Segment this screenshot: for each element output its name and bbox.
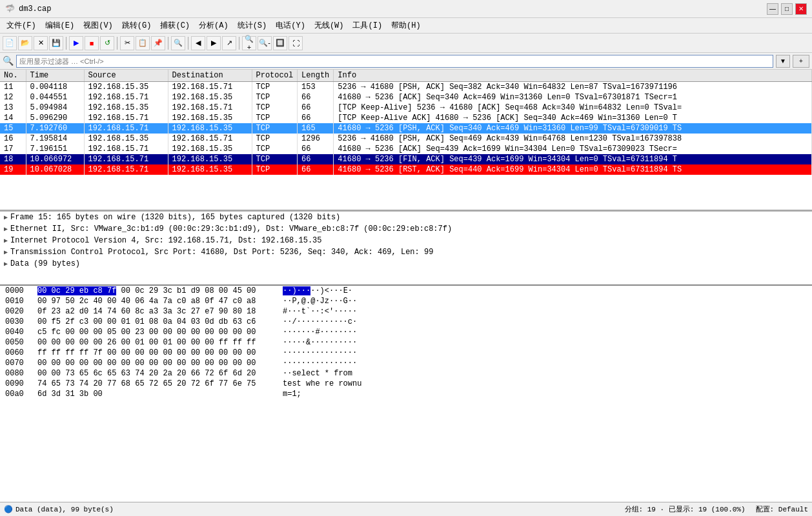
menu-item-文件f[interactable]: 文件(F) bbox=[3, 19, 40, 32]
cell-no: 16 bbox=[0, 134, 26, 144]
detail-row[interactable]: ▶Internet Protocol Version 4, Src: 192.1… bbox=[0, 235, 812, 246]
menu-item-编辑e[interactable]: 编辑(E) bbox=[41, 19, 79, 32]
detail-text: Internet Protocol Version 4, Src: 192.16… bbox=[10, 236, 321, 245]
menu-item-电话y[interactable]: 电话(Y) bbox=[272, 19, 309, 32]
table-row[interactable]: 110.004118192.168.15.35192.168.15.71TCP1… bbox=[0, 82, 812, 93]
open-button[interactable]: 📂 bbox=[18, 36, 32, 50]
new-file-button[interactable]: 📄 bbox=[3, 36, 17, 50]
table-row[interactable]: 135.094984192.168.15.35192.168.15.71TCP6… bbox=[0, 103, 812, 113]
save-button[interactable]: 💾 bbox=[49, 36, 63, 50]
menu-item-视图v[interactable]: 视图(V) bbox=[79, 19, 117, 32]
goto-button[interactable]: ↗ bbox=[222, 36, 236, 50]
hex-ascii: ··select * from bbox=[278, 369, 358, 378]
back-button[interactable]: ◀ bbox=[191, 36, 205, 50]
detail-text: Data (99 bytes) bbox=[10, 259, 80, 268]
maximize-button[interactable]: □ bbox=[781, 3, 793, 15]
edit-button[interactable]: ✂ bbox=[120, 36, 134, 50]
hex-row: 008000 00 73 65 6c 65 63 74 20 2a 20 66 … bbox=[0, 368, 812, 379]
col-header-protocol[interactable]: Protocol bbox=[252, 70, 298, 82]
menu-item-分析a[interactable]: 分析(A) bbox=[195, 19, 232, 32]
bottom-panel: ▶Frame 15: 165 bytes on wire (1320 bits)… bbox=[0, 212, 812, 502]
hex-offset: 00a0 bbox=[0, 390, 32, 399]
status-profile: 配置: Default bbox=[756, 504, 808, 514]
copy-button[interactable]: 📋 bbox=[136, 36, 150, 50]
cell-destination: 192.168.15.35 bbox=[168, 154, 252, 164]
detail-row[interactable]: ▶Frame 15: 165 bytes on wire (1320 bits)… bbox=[0, 212, 812, 223]
table-row[interactable]: 145.096290192.168.15.71192.168.15.35TCP6… bbox=[0, 113, 812, 123]
cell-time: 5.096290 bbox=[26, 113, 84, 123]
close-button[interactable]: ✕ bbox=[795, 3, 807, 15]
hex-ascii: ··)·····)<···E· bbox=[278, 286, 358, 295]
table-row[interactable]: 177.196151192.168.15.71192.168.15.35TCP6… bbox=[0, 144, 812, 154]
hex-ascii: ·······#········ bbox=[278, 328, 362, 337]
cell-destination: 192.168.15.71 bbox=[168, 134, 252, 144]
filter-dropdown-button[interactable]: ▼ bbox=[776, 55, 790, 68]
status-bar: 🔵 Data (data), 99 byte(s) 分组: 19 · 已显示: … bbox=[0, 502, 812, 516]
table-header-row: No.TimeSourceDestinationProtocolLengthIn… bbox=[0, 70, 812, 82]
zoom-in-button[interactable]: 🔍+ bbox=[242, 36, 256, 50]
forward-button[interactable]: ▶ bbox=[207, 36, 221, 50]
cell-destination: 192.168.15.35 bbox=[168, 113, 252, 123]
restart-button[interactable]: ↺ bbox=[100, 36, 114, 50]
start-capture-button[interactable]: ▶ bbox=[69, 36, 83, 50]
menu-item-帮助h[interactable]: 帮助(H) bbox=[387, 19, 425, 32]
status-right: 分组: 19 · 已显示: 19 (100.0%) 配置: Default bbox=[625, 504, 808, 514]
col-header-time[interactable]: Time bbox=[26, 70, 84, 82]
expand-arrow-icon: ▶ bbox=[4, 225, 8, 233]
table-row[interactable]: 167.195814192.168.15.35192.168.15.71TCP1… bbox=[0, 134, 812, 144]
menu-item-统计s[interactable]: 统计(S) bbox=[234, 19, 271, 32]
zoom-fit-button[interactable]: ⛶ bbox=[289, 36, 303, 50]
table-row[interactable]: 120.044551192.168.15.71192.168.15.35TCP6… bbox=[0, 92, 812, 103]
filter-add-button[interactable]: + bbox=[793, 55, 809, 68]
menu-item-工具i[interactable]: 工具(I) bbox=[349, 19, 386, 32]
window-controls[interactable]: — □ ✕ bbox=[767, 3, 807, 15]
menu-item-无线w[interactable]: 无线(W) bbox=[310, 19, 348, 32]
menu-item-跳转g[interactable]: 跳转(G) bbox=[118, 19, 156, 32]
col-header-length[interactable]: Length bbox=[298, 70, 334, 82]
cell-no: 15 bbox=[0, 123, 26, 134]
cell-protocol: TCP bbox=[252, 103, 298, 113]
hex-bytes: 0f 23 a2 d0 14 74 60 8c a3 3a 3c 27 e7 9… bbox=[32, 307, 278, 316]
find-button[interactable]: 🔍 bbox=[171, 36, 185, 50]
expand-arrow-icon: ▶ bbox=[4, 213, 8, 221]
zoom-out-button[interactable]: 🔍- bbox=[258, 36, 272, 50]
col-header-destination[interactable]: Destination bbox=[168, 70, 252, 82]
cell-no: 13 bbox=[0, 103, 26, 113]
detail-row[interactable]: ▶Data (99 bytes) bbox=[0, 258, 812, 270]
paste-button[interactable]: 📌 bbox=[151, 36, 165, 50]
packet-list-scroll[interactable]: No.TimeSourceDestinationProtocolLengthIn… bbox=[0, 70, 812, 210]
cell-length: 165 bbox=[298, 123, 334, 134]
cell-protocol: TCP bbox=[252, 144, 298, 154]
minimize-button[interactable]: — bbox=[767, 3, 778, 15]
stop-capture-button[interactable]: ■ bbox=[85, 36, 99, 50]
hex-bytes: 00 f5 2f c3 00 00 01 01 08 0a 04 03 0d d… bbox=[32, 317, 278, 326]
hex-bytes: ff ff ff ff 7f 00 00 00 00 00 00 00 00 0… bbox=[32, 348, 278, 357]
cell-time: 7.196151 bbox=[26, 144, 84, 154]
zoom-normal-button[interactable]: 🔲 bbox=[273, 36, 287, 50]
menu-bar: 文件(F)编辑(E)视图(V)跳转(G)捕获(C)分析(A)统计(S)电话(Y)… bbox=[0, 18, 812, 34]
filter-input[interactable] bbox=[16, 55, 773, 68]
hex-bytes: 00 0c 29 eb c8 7f 00 0c 29 3c b1 d9 08 0… bbox=[32, 286, 278, 295]
cell-time: 10.066972 bbox=[26, 154, 84, 164]
cell-length: 66 bbox=[298, 164, 334, 175]
table-row[interactable]: 157.192760192.168.15.71192.168.15.35TCP1… bbox=[0, 123, 812, 134]
app-icon: 🦈 bbox=[5, 4, 15, 14]
separator5 bbox=[239, 37, 239, 50]
detail-row[interactable]: ▶Transmission Control Protocol, Src Port… bbox=[0, 246, 812, 258]
separator4 bbox=[188, 37, 188, 50]
hex-ascii: ··P,@.@·Jz···G·· bbox=[278, 297, 362, 306]
menu-item-捕获c[interactable]: 捕获(C) bbox=[156, 19, 194, 32]
hex-ascii: m=1; bbox=[278, 390, 307, 399]
hex-ascii: test whe re rownu bbox=[278, 379, 367, 388]
table-row[interactable]: 1910.067028192.168.15.71192.168.15.35TCP… bbox=[0, 164, 812, 175]
col-header-info[interactable]: Info bbox=[334, 70, 812, 82]
cell-protocol: TCP bbox=[252, 123, 298, 134]
col-header-no[interactable]: No. bbox=[0, 70, 26, 82]
col-header-source[interactable]: Source bbox=[84, 70, 168, 82]
detail-row[interactable]: ▶Ethernet II, Src: VMware_3c:b1:d9 (00:0… bbox=[0, 223, 812, 235]
hex-bytes: 00 00 73 65 6c 65 63 74 20 2a 20 66 72 6… bbox=[32, 369, 278, 378]
close-file-button[interactable]: ✕ bbox=[34, 36, 48, 50]
title-bar-left: 🦈 dm3.cap bbox=[5, 4, 51, 14]
table-row[interactable]: 1810.066972192.168.15.71192.168.15.35TCP… bbox=[0, 154, 812, 164]
cell-length: 66 bbox=[298, 154, 334, 164]
